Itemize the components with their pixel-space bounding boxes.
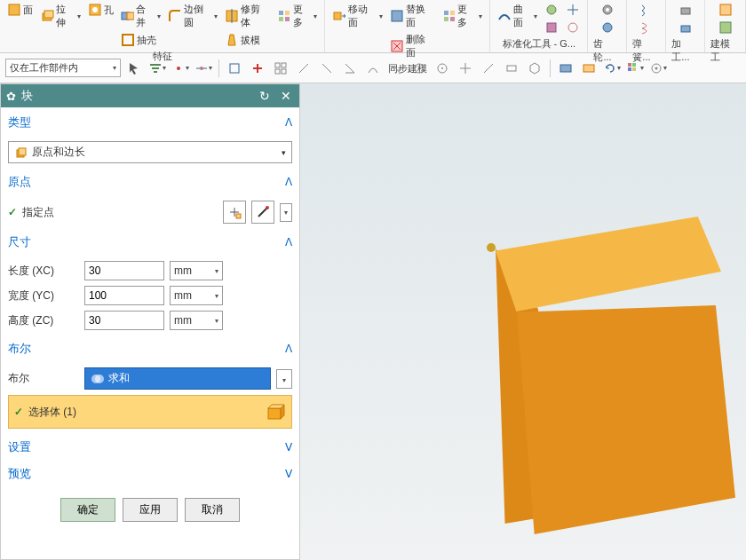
- ribbon-tool-4[interactable]: [564, 20, 582, 35]
- replace-face-icon: [390, 9, 404, 23]
- toolbar-btn-circ1[interactable]: [409, 59, 429, 78]
- chevron-down-icon: ▾: [209, 64, 212, 72]
- toolbar-btn-curve2[interactable]: [386, 59, 406, 78]
- toolbar-btn-line1[interactable]: [294, 59, 313, 78]
- type-dropdown[interactable]: 原点和边长 ▾: [8, 141, 292, 163]
- section-dim-header[interactable]: 尺寸 ᐱ: [6, 231, 294, 254]
- ribbon-tool-2[interactable]: [543, 20, 560, 35]
- line-icon: [320, 61, 334, 75]
- scope-combo[interactable]: 仅在工作部件内 ▾: [5, 59, 121, 77]
- ribbon-item-hole[interactable]: 孔: [86, 2, 115, 18]
- point-inferred-button[interactable]: [251, 201, 274, 224]
- point-constructor-icon: [227, 205, 242, 219]
- toolbar-btn-refresh[interactable]: ▾: [602, 59, 622, 78]
- ribbon-item-edge-blend[interactable]: 边倒圆▾: [166, 2, 219, 30]
- section-type-header[interactable]: 类型 ᐱ: [6, 111, 294, 134]
- ribbon-item-replace-face[interactable]: 替换面: [388, 2, 437, 30]
- section-origin-header[interactable]: 原点 ᐱ: [6, 170, 294, 193]
- toolbar-btn-3[interactable]: ▾: [171, 59, 190, 78]
- toolbar-btn-cross[interactable]: [456, 59, 475, 78]
- scope-label: 仅在工作部件内: [10, 61, 78, 75]
- cancel-button[interactable]: 取消: [185, 498, 240, 522]
- ribbon-spring-2[interactable]: [638, 20, 655, 35]
- ribbon-item-move-face[interactable]: 移动面▾: [330, 2, 385, 30]
- ribbon-item-face[interactable]: 面: [5, 2, 35, 18]
- svg-point-62: [266, 206, 269, 209]
- width-input[interactable]: [84, 286, 164, 305]
- point-constructor-button[interactable]: [223, 201, 246, 224]
- toolbar-btn-angle[interactable]: [340, 59, 360, 78]
- ribbon-model-1[interactable]: [717, 2, 734, 18]
- ribbon-mfg-2[interactable]: [677, 20, 694, 35]
- ribbon-item-delete-face[interactable]: 删除面: [388, 32, 437, 60]
- toolbar-btn-line3[interactable]: [479, 59, 498, 78]
- preview-block[interactable]: [496, 217, 735, 483]
- select-body-row[interactable]: ✓ 选择体 (1): [8, 395, 292, 429]
- gear-icon: [600, 3, 615, 17]
- viewport[interactable]: [300, 83, 746, 560]
- separator: [218, 59, 219, 77]
- ribbon-item-more[interactable]: 更多▾: [275, 2, 320, 30]
- model-icon: [718, 3, 733, 17]
- view-icon: [559, 61, 573, 75]
- ribbon-gear-1[interactable]: [599, 2, 616, 18]
- height-unit[interactable]: mm▾: [170, 311, 223, 330]
- ribbon-model-2[interactable]: [717, 20, 734, 35]
- toolbar-btn-4[interactable]: ▾: [194, 59, 213, 78]
- ribbon-mfg-1[interactable]: [677, 2, 694, 18]
- trim-icon: [225, 9, 239, 23]
- toolbar-btn-rect[interactable]: [225, 59, 244, 78]
- ribbon-label: 更多: [293, 3, 313, 29]
- ribbon-group-label: 建模工: [710, 35, 740, 66]
- ribbon-item-surface[interactable]: 曲面▾: [496, 2, 539, 30]
- section-settings-header[interactable]: 设置 ᐯ: [6, 436, 294, 459]
- ribbon-tool-1[interactable]: [543, 2, 560, 18]
- ribbon-item-extrude[interactable]: 拉伸▾: [38, 2, 83, 30]
- ribbon-item-draft[interactable]: 拔模: [223, 32, 271, 48]
- ribbon-item-shell[interactable]: 抽壳: [119, 32, 163, 48]
- ribbon-item-trim[interactable]: 修剪体: [223, 2, 271, 30]
- toolbar-btn-grid[interactable]: [271, 59, 290, 78]
- svg-rect-32: [720, 22, 731, 33]
- toolbar-btn-hex[interactable]: [525, 59, 544, 78]
- close-button[interactable]: ✕: [278, 89, 294, 103]
- toolbar-btn-opt[interactable]: ▾: [648, 59, 668, 78]
- svg-rect-21: [444, 17, 448, 21]
- toolbar-btn-line2[interactable]: [317, 59, 337, 78]
- toolbar-btn-curve1[interactable]: [363, 59, 383, 78]
- section-bool-header[interactable]: 布尔 ᐱ: [6, 337, 294, 360]
- reset-button[interactable]: ↻: [257, 89, 273, 103]
- gear-icon: ✿: [6, 90, 16, 103]
- toolbar-btn-rect2[interactable]: [502, 59, 521, 78]
- ribbon-item-combine[interactable]: 合并▾: [119, 2, 163, 30]
- width-unit[interactable]: mm▾: [170, 286, 223, 305]
- ribbon-item-more-sync[interactable]: 更多▾: [440, 2, 485, 30]
- toolbar-btn-1[interactable]: [124, 59, 144, 78]
- chevron-down-icon: ▾: [163, 64, 166, 72]
- chevron-down-icon[interactable]: ▾: [280, 203, 292, 222]
- length-input[interactable]: [84, 261, 164, 280]
- type-value: 原点和边长: [32, 145, 85, 160]
- toolbar-btn-2[interactable]: ▾: [147, 59, 167, 78]
- bool-dropdown-button[interactable]: ▾: [276, 369, 292, 389]
- toolbar-btn-grid2[interactable]: ▾: [625, 59, 645, 78]
- apply-button[interactable]: 应用: [123, 498, 178, 522]
- block-dialog: ✿ 块 ↻ ✕ 类型 ᐱ 原点和边长 ▾ 原点 ᐱ: [0, 83, 300, 560]
- svg-rect-60: [236, 214, 241, 218]
- toolbar-btn-plus[interactable]: [248, 59, 267, 78]
- chevron-down-icon: ▾: [282, 148, 286, 157]
- shell-icon: [121, 33, 135, 47]
- ribbon-gear-2[interactable]: [599, 20, 616, 35]
- section-bool-body: 布尔 求和 ▾ ✓ 选择体 (1): [6, 364, 294, 432]
- bool-select[interactable]: 求和: [84, 367, 271, 390]
- ribbon-spring-1[interactable]: [638, 2, 655, 18]
- chevron-up-icon: ᐱ: [285, 343, 292, 355]
- toolbar-btn-circ2[interactable]: [433, 59, 452, 78]
- section-preview-header[interactable]: 预览 ᐯ: [6, 462, 294, 485]
- height-input[interactable]: [84, 311, 164, 330]
- ribbon-tool-3[interactable]: [564, 2, 582, 18]
- toolbar-btn-view1[interactable]: [556, 59, 575, 78]
- length-unit[interactable]: mm▾: [170, 261, 223, 280]
- toolbar-btn-view2[interactable]: [579, 59, 599, 78]
- ok-button[interactable]: 确定: [60, 498, 115, 522]
